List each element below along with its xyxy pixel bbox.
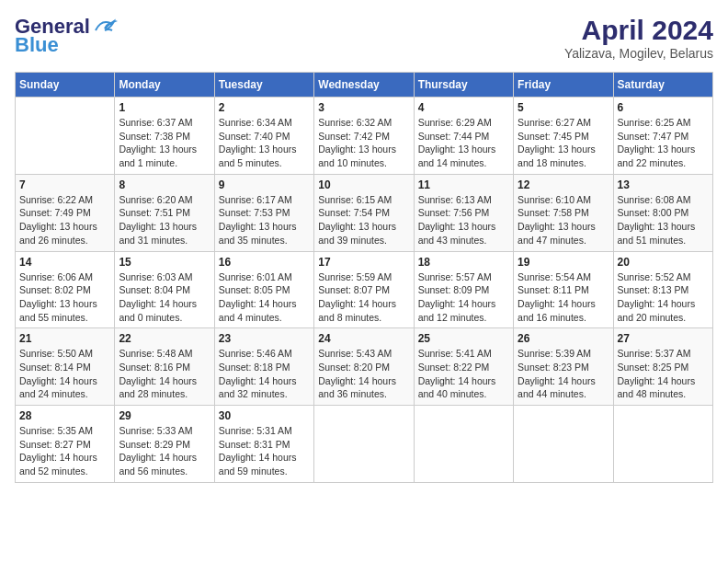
calendar-day-cell bbox=[613, 406, 712, 483]
day-info: Sunrise: 5:57 AM Sunset: 8:09 PM Dayligh… bbox=[418, 270, 509, 325]
calendar-day-cell: 4Sunrise: 6:29 AM Sunset: 7:44 PM Daylig… bbox=[414, 98, 513, 175]
calendar-day-cell: 7Sunrise: 6:22 AM Sunset: 7:49 PM Daylig… bbox=[16, 174, 115, 251]
day-number: 14 bbox=[19, 256, 110, 269]
day-info: Sunrise: 6:10 AM Sunset: 7:58 PM Dayligh… bbox=[518, 193, 609, 247]
page-subtitle: Yalizava, Mogilev, Belarus bbox=[564, 46, 713, 61]
day-info: Sunrise: 6:15 AM Sunset: 7:54 PM Dayligh… bbox=[318, 193, 409, 247]
day-info: Sunrise: 5:35 AM Sunset: 8:27 PM Dayligh… bbox=[19, 424, 110, 478]
day-number: 9 bbox=[219, 178, 310, 191]
calendar-day-cell: 27Sunrise: 5:37 AM Sunset: 8:25 PM Dayli… bbox=[613, 328, 712, 406]
calendar-day-cell: 16Sunrise: 6:01 AM Sunset: 8:05 PM Dayli… bbox=[214, 251, 313, 328]
day-number: 7 bbox=[19, 178, 110, 191]
day-number: 19 bbox=[518, 256, 609, 269]
day-number: 25 bbox=[418, 332, 509, 345]
day-info: Sunrise: 5:31 AM Sunset: 8:31 PM Dayligh… bbox=[219, 424, 310, 478]
calendar-day-cell: 3Sunrise: 6:32 AM Sunset: 7:42 PM Daylig… bbox=[314, 98, 414, 175]
calendar-day-cell: 28Sunrise: 5:35 AM Sunset: 8:27 PM Dayli… bbox=[16, 406, 115, 483]
logo: General Blue bbox=[15, 15, 118, 57]
day-info: Sunrise: 6:01 AM Sunset: 8:05 PM Dayligh… bbox=[219, 270, 310, 325]
calendar-day-cell: 12Sunrise: 6:10 AM Sunset: 7:58 PM Dayli… bbox=[514, 174, 613, 251]
day-number: 2 bbox=[219, 101, 310, 114]
calendar-day-cell: 6Sunrise: 6:25 AM Sunset: 7:47 PM Daylig… bbox=[613, 98, 712, 175]
day-info: Sunrise: 5:39 AM Sunset: 8:23 PM Dayligh… bbox=[518, 347, 609, 401]
calendar-day-cell: 14Sunrise: 6:06 AM Sunset: 8:02 PM Dayli… bbox=[16, 251, 115, 328]
calendar-header-cell: Tuesday bbox=[214, 73, 313, 98]
logo-blue: Blue bbox=[15, 33, 59, 57]
page-title: April 2024 bbox=[564, 15, 713, 46]
calendar-day-cell: 25Sunrise: 5:41 AM Sunset: 8:22 PM Dayli… bbox=[414, 328, 513, 406]
title-area: April 2024 Yalizava, Mogilev, Belarus bbox=[564, 15, 713, 61]
day-info: Sunrise: 6:37 AM Sunset: 7:38 PM Dayligh… bbox=[119, 116, 210, 170]
day-number: 6 bbox=[618, 101, 709, 114]
calendar-week-row: 1Sunrise: 6:37 AM Sunset: 7:38 PM Daylig… bbox=[16, 98, 713, 175]
calendar-header-row: SundayMondayTuesdayWednesdayThursdayFrid… bbox=[16, 73, 713, 98]
day-info: Sunrise: 5:46 AM Sunset: 8:18 PM Dayligh… bbox=[219, 347, 310, 401]
day-info: Sunrise: 5:48 AM Sunset: 8:16 PM Dayligh… bbox=[119, 347, 210, 401]
calendar-day-cell bbox=[16, 98, 115, 175]
calendar-week-row: 7Sunrise: 6:22 AM Sunset: 7:49 PM Daylig… bbox=[16, 174, 713, 251]
calendar-day-cell: 21Sunrise: 5:50 AM Sunset: 8:14 PM Dayli… bbox=[16, 328, 115, 406]
calendar-header-cell: Monday bbox=[115, 73, 214, 98]
day-info: Sunrise: 6:06 AM Sunset: 8:02 PM Dayligh… bbox=[19, 270, 110, 325]
day-number: 21 bbox=[19, 332, 110, 345]
calendar-week-row: 28Sunrise: 5:35 AM Sunset: 8:27 PM Dayli… bbox=[16, 406, 713, 483]
calendar-day-cell bbox=[414, 406, 513, 483]
calendar-day-cell: 20Sunrise: 5:52 AM Sunset: 8:13 PM Dayli… bbox=[613, 251, 712, 328]
calendar-week-row: 14Sunrise: 6:06 AM Sunset: 8:02 PM Dayli… bbox=[16, 251, 713, 328]
calendar-day-cell: 9Sunrise: 6:17 AM Sunset: 7:53 PM Daylig… bbox=[214, 174, 313, 251]
day-number: 27 bbox=[618, 332, 709, 345]
day-number: 28 bbox=[19, 409, 110, 422]
calendar-day-cell: 22Sunrise: 5:48 AM Sunset: 8:16 PM Dayli… bbox=[115, 328, 214, 406]
day-info: Sunrise: 6:32 AM Sunset: 7:42 PM Dayligh… bbox=[318, 116, 409, 170]
day-info: Sunrise: 5:41 AM Sunset: 8:22 PM Dayligh… bbox=[418, 347, 509, 401]
day-number: 24 bbox=[318, 332, 409, 345]
calendar-day-cell: 1Sunrise: 6:37 AM Sunset: 7:38 PM Daylig… bbox=[115, 98, 214, 175]
day-number: 11 bbox=[418, 178, 509, 191]
calendar-day-cell: 15Sunrise: 6:03 AM Sunset: 8:04 PM Dayli… bbox=[115, 251, 214, 328]
day-info: Sunrise: 6:03 AM Sunset: 8:04 PM Dayligh… bbox=[119, 270, 210, 325]
calendar-header: SundayMondayTuesdayWednesdayThursdayFrid… bbox=[16, 73, 713, 98]
calendar-header-cell: Wednesday bbox=[314, 73, 414, 98]
day-info: Sunrise: 5:33 AM Sunset: 8:29 PM Dayligh… bbox=[119, 424, 210, 478]
day-info: Sunrise: 6:22 AM Sunset: 7:49 PM Dayligh… bbox=[19, 193, 110, 247]
day-info: Sunrise: 5:37 AM Sunset: 8:25 PM Dayligh… bbox=[618, 347, 709, 401]
day-info: Sunrise: 6:20 AM Sunset: 7:51 PM Dayligh… bbox=[119, 193, 210, 247]
day-number: 12 bbox=[518, 178, 609, 191]
day-number: 5 bbox=[518, 101, 609, 114]
day-info: Sunrise: 5:59 AM Sunset: 8:07 PM Dayligh… bbox=[318, 270, 409, 325]
calendar-day-cell: 26Sunrise: 5:39 AM Sunset: 8:23 PM Dayli… bbox=[514, 328, 613, 406]
day-info: Sunrise: 6:29 AM Sunset: 7:44 PM Dayligh… bbox=[418, 116, 509, 170]
calendar-day-cell: 18Sunrise: 5:57 AM Sunset: 8:09 PM Dayli… bbox=[414, 251, 513, 328]
calendar-day-cell: 17Sunrise: 5:59 AM Sunset: 8:07 PM Dayli… bbox=[314, 251, 414, 328]
logo-bird-icon bbox=[92, 17, 118, 36]
calendar-day-cell: 5Sunrise: 6:27 AM Sunset: 7:45 PM Daylig… bbox=[514, 98, 613, 175]
day-number: 3 bbox=[318, 101, 409, 114]
day-info: Sunrise: 5:43 AM Sunset: 8:20 PM Dayligh… bbox=[318, 347, 409, 401]
day-number: 17 bbox=[318, 256, 409, 269]
calendar-header-cell: Saturday bbox=[613, 73, 712, 98]
day-info: Sunrise: 5:54 AM Sunset: 8:11 PM Dayligh… bbox=[518, 270, 609, 325]
day-info: Sunrise: 6:17 AM Sunset: 7:53 PM Dayligh… bbox=[219, 193, 310, 247]
calendar-week-row: 21Sunrise: 5:50 AM Sunset: 8:14 PM Dayli… bbox=[16, 328, 713, 406]
calendar-day-cell: 29Sunrise: 5:33 AM Sunset: 8:29 PM Dayli… bbox=[115, 406, 214, 483]
day-number: 16 bbox=[219, 256, 310, 269]
day-number: 23 bbox=[219, 332, 310, 345]
day-info: Sunrise: 5:50 AM Sunset: 8:14 PM Dayligh… bbox=[19, 347, 110, 401]
calendar-body: 1Sunrise: 6:37 AM Sunset: 7:38 PM Daylig… bbox=[16, 98, 713, 483]
page-header: General Blue April 2024 Yalizava, Mogile… bbox=[15, 15, 713, 61]
calendar-day-cell: 8Sunrise: 6:20 AM Sunset: 7:51 PM Daylig… bbox=[115, 174, 214, 251]
day-number: 30 bbox=[219, 409, 310, 422]
calendar-day-cell: 13Sunrise: 6:08 AM Sunset: 8:00 PM Dayli… bbox=[613, 174, 712, 251]
day-info: Sunrise: 6:08 AM Sunset: 8:00 PM Dayligh… bbox=[618, 193, 709, 247]
day-info: Sunrise: 6:13 AM Sunset: 7:56 PM Dayligh… bbox=[418, 193, 509, 247]
calendar-day-cell: 19Sunrise: 5:54 AM Sunset: 8:11 PM Dayli… bbox=[514, 251, 613, 328]
calendar-header-cell: Friday bbox=[514, 73, 613, 98]
day-number: 4 bbox=[418, 101, 509, 114]
day-number: 10 bbox=[318, 178, 409, 191]
day-info: Sunrise: 6:25 AM Sunset: 7:47 PM Dayligh… bbox=[618, 116, 709, 170]
calendar-day-cell bbox=[314, 406, 414, 483]
calendar-day-cell: 10Sunrise: 6:15 AM Sunset: 7:54 PM Dayli… bbox=[314, 174, 414, 251]
day-number: 15 bbox=[119, 256, 210, 269]
calendar-day-cell: 24Sunrise: 5:43 AM Sunset: 8:20 PM Dayli… bbox=[314, 328, 414, 406]
calendar-header-cell: Thursday bbox=[414, 73, 513, 98]
